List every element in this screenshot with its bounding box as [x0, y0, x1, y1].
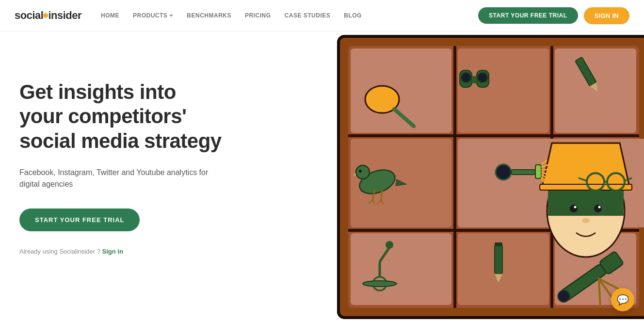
nav-signin-button[interactable]: SIGN IN	[584, 7, 630, 24]
svg-point-41	[598, 206, 601, 209]
svg-rect-6	[351, 48, 451, 133]
svg-rect-45	[535, 165, 541, 178]
logo-dot	[43, 13, 48, 18]
chat-bubble-button[interactable]: 💬	[611, 288, 634, 311]
bookshelf-svg	[324, 32, 644, 321]
svg-line-29	[381, 190, 382, 200]
svg-point-62	[363, 281, 397, 287]
svg-point-61	[386, 241, 393, 249]
svg-point-38	[570, 205, 578, 212]
svg-rect-11	[351, 233, 451, 305]
svg-point-24	[356, 165, 370, 179]
svg-rect-18	[472, 76, 477, 83]
svg-point-19	[461, 73, 471, 82]
main-nav: socialinsider HOME PRODUCTS BENCHMARKS P…	[0, 0, 644, 32]
nav-blog[interactable]: BLOG	[344, 12, 362, 19]
nav-benchmarks[interactable]: BENCHMARKS	[187, 12, 231, 19]
logo[interactable]: socialinsider	[15, 9, 81, 22]
svg-rect-12	[458, 233, 549, 305]
svg-point-39	[594, 205, 602, 212]
svg-rect-7	[458, 48, 549, 133]
nav-start-trial-button[interactable]: START YOUR FREE TRIAL	[478, 7, 578, 24]
already-user-text: Already using Socialinsider ? Sign in	[19, 248, 223, 255]
svg-rect-65	[495, 242, 502, 246]
logo-text: socialinsider	[15, 9, 81, 22]
svg-point-42	[582, 218, 590, 223]
signin-link[interactable]: Sign in	[102, 248, 123, 255]
main-content: Get insights into your competitors' soci…	[0, 32, 644, 321]
svg-rect-35	[548, 187, 624, 216]
hero-headline: Get insights into your competitors' soci…	[19, 80, 223, 153]
nav-case-studies[interactable]: CASE STUDIES	[285, 12, 331, 19]
svg-rect-37	[540, 184, 632, 190]
nav-products[interactable]: PRODUCTS	[133, 12, 173, 19]
nav-pricing[interactable]: PRICING	[245, 12, 271, 19]
hero-left: Get insights into your competitors' soci…	[19, 32, 223, 255]
hero-subtext: Facebook, Instagram, Twitter and Youtube…	[19, 167, 223, 190]
svg-point-25	[359, 170, 362, 173]
hero-cta-button[interactable]: START YOUR FREE TRIAL	[19, 209, 140, 231]
svg-point-40	[574, 206, 577, 209]
nav-links: HOME PRODUCTS BENCHMARKS PRICING CASE ST…	[101, 12, 478, 19]
svg-rect-8	[555, 48, 636, 133]
products-dropdown-arrow	[169, 15, 173, 17]
hero-illustration	[242, 32, 644, 321]
svg-point-20	[478, 73, 487, 82]
svg-rect-63	[495, 245, 502, 274]
svg-point-43	[496, 164, 511, 180]
nav-home[interactable]: HOME	[101, 12, 119, 19]
svg-rect-44	[511, 170, 535, 175]
nav-actions: START YOUR FREE TRIAL SIGN IN	[478, 7, 629, 24]
chat-icon: 💬	[617, 294, 629, 305]
